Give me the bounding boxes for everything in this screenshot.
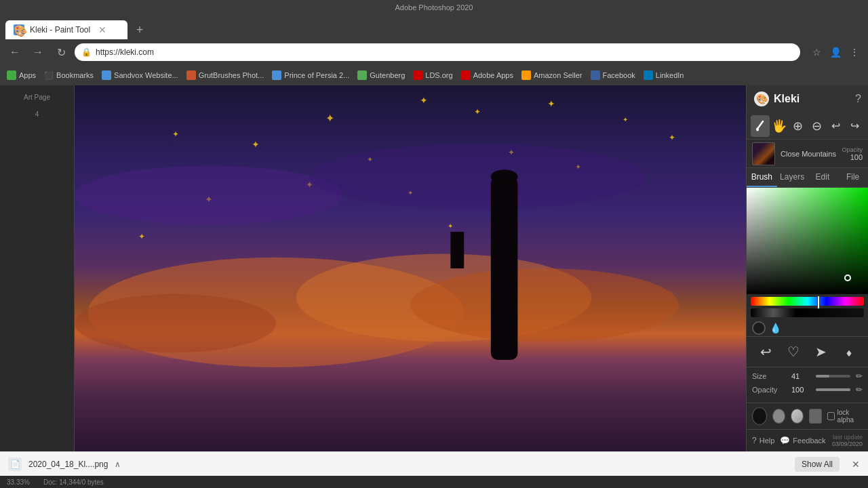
address-text: https://kleki.com xyxy=(96,47,154,57)
apps-icon xyxy=(7,70,16,80)
eraser-icon: ⬧ xyxy=(845,344,853,360)
black-bar[interactable] xyxy=(751,308,864,317)
bookmark-bookmarks[interactable]: ⬛ Bookmarks xyxy=(44,71,94,80)
brush-preset-round-black[interactable] xyxy=(752,407,767,425)
back-button[interactable]: ← xyxy=(5,43,24,62)
bookmark-amazon[interactable]: Amazon Seller xyxy=(521,70,583,80)
move-tool-button[interactable]: ➤ xyxy=(810,341,832,363)
brush-presets: lock alpha xyxy=(747,403,868,429)
tools-bar: 🖐 ⊕ ⊖ ↩ ↪ xyxy=(747,113,868,140)
opacity-label: Opacity xyxy=(842,146,863,153)
feedback-icon: 💬 xyxy=(780,436,790,445)
close-download-button[interactable]: ✕ xyxy=(852,459,860,470)
bookmark-star-icon[interactable]: ☆ xyxy=(808,44,825,60)
layer-thumbnail xyxy=(752,142,775,165)
browser-action-icons: ☆ 👤 ⋮ xyxy=(808,44,863,60)
hue-bar[interactable] xyxy=(751,297,864,306)
bookmark-grutbrushes[interactable]: GrutBrushes Phot... xyxy=(186,70,264,80)
undo-button[interactable]: ↩ xyxy=(826,115,845,137)
address-bar[interactable]: 🔒 https://kleki.com xyxy=(75,43,800,61)
forward-button[interactable]: → xyxy=(28,43,47,62)
size-edit-button[interactable]: ✏ xyxy=(856,371,863,381)
panel-tabs: Brush Layers Edit File xyxy=(747,168,868,188)
zoom-in-button[interactable]: ⊕ xyxy=(789,115,808,137)
new-tab-button[interactable]: + xyxy=(130,20,149,39)
bookmark-sandvox[interactable]: Sandvox Website... xyxy=(102,70,178,80)
eraser-tool-button[interactable]: ⬧ xyxy=(838,341,860,363)
bookmark-lds[interactable]: LDS.org xyxy=(413,70,452,80)
svg-text:✦: ✦ xyxy=(138,232,145,241)
tab-close-button[interactable]: ✕ xyxy=(98,24,106,35)
status-bar: 33.33% Doc: 14,344/0 bytes xyxy=(0,476,868,488)
bookmark-gutenberg[interactable]: Gutenberg xyxy=(357,70,405,80)
bookmark-prince[interactable]: Prince of Persia 2... xyxy=(272,70,349,80)
redo-button[interactable]: ↪ xyxy=(845,115,864,137)
lds-icon xyxy=(413,70,422,80)
title-bar-text: Adobe Photoshop 2020 xyxy=(395,3,473,12)
canvas-area[interactable]: ✦ ✦ ✦ ✦ ✦ ✦ ✦ ✦ ✦ ✦ ✦ ✦ ✦ ✦ ✦ ✦ xyxy=(75,85,746,451)
lock-alpha-label: lock alpha xyxy=(837,409,863,424)
title-bar: Adobe Photoshop 2020 xyxy=(0,0,868,15)
size-slider-fill xyxy=(816,375,829,378)
svg-rect-23 xyxy=(491,177,518,360)
tab-file[interactable]: File xyxy=(837,168,868,187)
redo-icon: ↪ xyxy=(850,119,859,132)
opacity-tool-label: Opacity xyxy=(752,386,786,394)
help-button[interactable]: ? xyxy=(855,93,861,105)
brush-preset-round-gray[interactable] xyxy=(772,409,785,424)
account-icon[interactable]: 👤 xyxy=(827,44,844,60)
adobe-icon xyxy=(461,70,471,80)
tab-brush[interactable]: Brush xyxy=(747,168,777,187)
sandvox-icon xyxy=(102,70,111,80)
gradient-surface xyxy=(747,188,868,294)
svg-text:✦: ✦ xyxy=(623,116,628,123)
hue-indicator xyxy=(817,296,820,309)
primary-color-swatch[interactable] xyxy=(752,321,766,335)
bookmark-apps[interactable]: Apps xyxy=(7,70,36,80)
doc-size: Doc: 14,344/0 bytes xyxy=(43,479,104,486)
size-slider[interactable] xyxy=(816,375,850,378)
opacity-tool-value: 100 xyxy=(791,386,810,394)
tab-edit[interactable]: Edit xyxy=(808,168,838,187)
opacity-slider-fill xyxy=(816,388,850,391)
bookmark-adobe[interactable]: Adobe Apps xyxy=(461,70,513,80)
feedback-bottom-button[interactable]: 💬 Feedback xyxy=(780,436,825,445)
select-tool-button[interactable]: ♡ xyxy=(783,341,804,363)
color-gradient-picker[interactable] xyxy=(747,188,868,294)
svg-text:✦: ✦ xyxy=(420,95,428,106)
refresh-button[interactable]: ↻ xyxy=(52,43,71,62)
facebook-icon xyxy=(591,70,600,80)
svg-text:✦: ✦ xyxy=(326,113,334,124)
download-chevron-icon[interactable]: ∧ xyxy=(115,460,121,469)
download-file-icon: 📄 xyxy=(8,458,22,471)
opacity-slider[interactable] xyxy=(816,388,850,391)
show-all-button[interactable]: Show All xyxy=(795,457,840,472)
bookmark-linkedin[interactable]: LinkedIn xyxy=(644,70,684,80)
hand-tool-button[interactable]: 🖐 xyxy=(770,115,789,137)
eyedropper-icon[interactable]: 💧 xyxy=(770,323,781,333)
last-update-info: last update 03/09/2020 xyxy=(832,434,863,447)
tab-layers[interactable]: Layers xyxy=(777,168,808,187)
help-bottom-button[interactable]: ? Help xyxy=(752,436,774,445)
svg-text:✦: ✦ xyxy=(474,107,481,117)
bookmark-facebook[interactable]: Facebook xyxy=(591,70,635,80)
svg-line-28 xyxy=(757,121,763,129)
brush-preset-square[interactable] xyxy=(809,409,822,424)
linkedin-icon xyxy=(644,70,653,80)
opacity-option-row: Opacity 100 ✏ xyxy=(752,385,863,394)
left-strip-art-page[interactable]: Art Page xyxy=(10,91,64,104)
left-sidebar: Art Page 4 xyxy=(0,85,75,451)
brush-tool-button[interactable] xyxy=(751,115,770,137)
brush-preset-round-light[interactable] xyxy=(791,409,804,424)
brush-icon xyxy=(753,119,767,133)
active-tab[interactable]: 🎨 Kleki - Paint Tool ✕ xyxy=(5,20,127,39)
zoom-out-button[interactable]: ⊖ xyxy=(807,115,826,137)
sky-svg: ✦ ✦ ✦ ✦ ✦ ✦ ✦ ✦ ✦ ✦ ✦ ✦ ✦ ✦ ✦ ✦ xyxy=(75,85,746,451)
move-icon: ➤ xyxy=(815,344,827,360)
opacity-edit-button[interactable]: ✏ xyxy=(856,385,863,394)
menu-icon[interactable]: ⋮ xyxy=(846,44,863,60)
svg-text:✦: ✦ xyxy=(547,98,555,109)
opacity-info: Opacity 100 xyxy=(842,146,863,161)
lock-alpha-checkbox[interactable] xyxy=(827,412,834,420)
undo-tool-button[interactable]: ↩ xyxy=(755,341,776,363)
